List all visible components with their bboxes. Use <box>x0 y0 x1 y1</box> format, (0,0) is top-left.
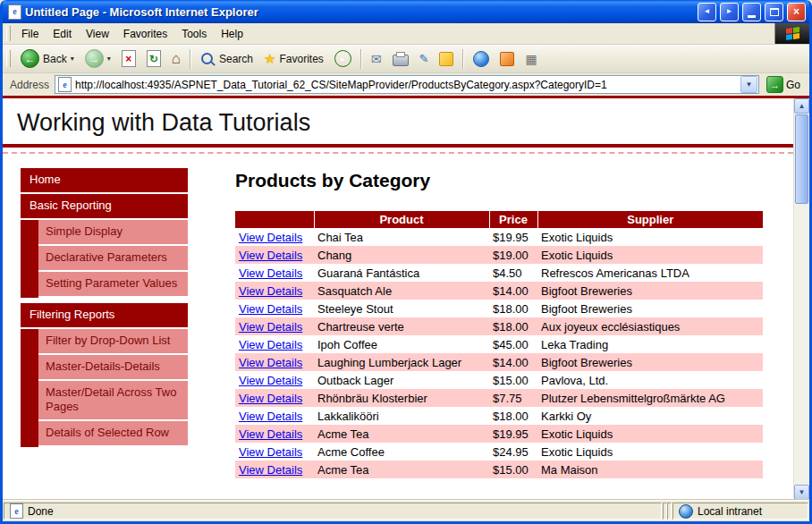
price-cell: $24.95 <box>489 443 537 461</box>
back-button[interactable]: ← Back ▾ <box>16 47 79 70</box>
title-bar-button-1[interactable]: ◄ <box>698 3 716 21</box>
supplier-cell: Bigfoot Breweries <box>537 300 763 317</box>
main-content: Products by Category ProductPriceSupplie… <box>188 168 793 500</box>
view-details-link[interactable]: View Details <box>239 302 302 316</box>
edit-button[interactable]: ✎ <box>415 51 434 66</box>
messenger-button[interactable] <box>435 50 458 68</box>
stop-button[interactable]: × <box>117 48 140 69</box>
scroll-down-button[interactable]: ▼ <box>794 485 809 500</box>
view-details-link[interactable]: View Details <box>239 392 302 405</box>
globe-icon <box>473 51 489 67</box>
supplier-cell: Exotic Liquids <box>537 228 763 246</box>
product-row: View DetailsOutback Lager$15.00Pavlova, … <box>235 371 763 389</box>
scrollbar-thumb[interactable] <box>795 114 808 204</box>
sidebar-item[interactable]: Simple Display <box>21 220 188 246</box>
home-icon: ⌂ <box>172 51 181 66</box>
menu-item-file[interactable]: File <box>14 25 46 43</box>
forward-dropdown-icon[interactable]: ▾ <box>107 55 111 63</box>
title-bar[interactable]: e Untitled Page - Microsoft Internet Exp… <box>3 0 809 23</box>
product-row: View DetailsSasquatch Ale$14.00Bigfoot B… <box>235 282 763 300</box>
menu-item-help[interactable]: Help <box>214 25 250 43</box>
view-details-link[interactable]: View Details <box>239 231 302 244</box>
minimize-button[interactable] <box>742 3 761 21</box>
media-button[interactable]: ▸ <box>330 48 356 69</box>
product-cell: Chang <box>314 246 489 264</box>
site-header: Working with Data Tutorials <box>3 98 793 148</box>
forward-button[interactable]: → ▾ <box>80 47 115 70</box>
sidebar-item[interactable]: Home <box>21 168 188 192</box>
view-details-link[interactable]: View Details <box>239 463 302 477</box>
sidebar-item[interactable]: Filter by Drop-Down List <box>21 329 188 355</box>
menu-item-tools[interactable]: Tools <box>174 25 214 43</box>
supplier-cell: Refrescos Americanas LTDA <box>537 264 763 282</box>
page-title: Products by Category <box>235 170 793 191</box>
view-details-link[interactable]: View Details <box>239 320 302 334</box>
refresh-button[interactable]: ↻ <box>142 48 165 69</box>
status-text: Done <box>28 505 54 518</box>
research-button[interactable] <box>495 50 519 68</box>
menu-item-edit[interactable]: Edit <box>46 25 79 43</box>
mail-button[interactable]: ✉ <box>367 51 386 67</box>
view-details-link[interactable]: View Details <box>239 374 302 387</box>
window-title: Untitled Page - Microsoft Internet Explo… <box>25 5 694 19</box>
status-separator <box>667 503 672 520</box>
refresh-icon: ↻ <box>147 50 161 67</box>
print-button[interactable] <box>388 49 413 68</box>
favorites-button[interactable]: ★ Favorites <box>259 50 328 67</box>
product-cell: Ipoh Coffee <box>314 335 489 353</box>
product-cell: Lakkalikööri <box>314 407 489 425</box>
back-dropdown-icon[interactable]: ▾ <box>71 55 74 63</box>
view-details-link[interactable]: View Details <box>239 284 302 298</box>
product-row: View DetailsAcme Tea$19.95Exotic Liquids <box>235 425 763 443</box>
products-table-header-row: ProductPriceSupplier <box>235 211 763 228</box>
menu-item-view[interactable]: View <box>79 25 116 43</box>
supplier-cell: Ma Maison <box>537 461 763 478</box>
product-cell: Sasquatch Ale <box>314 282 489 300</box>
product-cell: Steeleye Stout <box>314 300 489 317</box>
address-dropdown-button[interactable]: ▼ <box>740 76 757 93</box>
maximize-button[interactable] <box>765 3 783 21</box>
view-details-link[interactable]: View Details <box>239 427 302 441</box>
home-button[interactable]: ⌂ <box>167 49 185 68</box>
sidebar-item[interactable]: Details of Selected Row <box>21 421 188 447</box>
price-cell: $14.00 <box>489 282 537 300</box>
web-page: Working with Data Tutorials HomeBasic Re… <box>3 98 793 500</box>
sidebar-item[interactable]: Master-Details-Details <box>21 355 188 381</box>
sidebar-item[interactable]: Master/Detail Across Two Pages <box>21 381 188 421</box>
windows-logo <box>774 23 809 44</box>
address-input[interactable]: e http://localhost:4935/ASPNET_Data_Tuto… <box>55 75 759 94</box>
sidebar-item[interactable]: Setting Parameter Values <box>21 272 188 298</box>
sidebar-item-label: Master/Detail Across Two Pages <box>38 381 188 421</box>
view-details-link[interactable]: View Details <box>239 410 302 423</box>
search-button[interactable]: Search <box>196 49 258 68</box>
view-details-link[interactable]: View Details <box>239 338 302 351</box>
view-details-link[interactable]: View Details <box>239 249 302 262</box>
menu-grip[interactable] <box>6 26 11 41</box>
product-cell: Chartreuse verte <box>314 317 489 335</box>
zone-text: Local intranet <box>698 505 762 518</box>
product-cell: Rhönbräu Klosterbier <box>314 389 489 407</box>
discuss-button[interactable] <box>469 49 494 69</box>
products-table: ProductPriceSupplier View DetailsChai Te… <box>235 211 763 478</box>
sidebar-item[interactable]: Basic Reporting <box>21 194 188 218</box>
scrollbar-track[interactable] <box>794 205 809 485</box>
products-table-body: View DetailsChai Tea$19.95Exotic Liquids… <box>235 228 763 478</box>
close-button[interactable]: × <box>787 3 806 21</box>
view-details-link[interactable]: View Details <box>239 445 302 459</box>
sidebar-item[interactable]: Declarative Parameters <box>21 246 188 272</box>
site-title: Working with Data Tutorials <box>17 109 793 137</box>
go-button[interactable]: → Go <box>765 75 806 94</box>
view-details-link[interactable]: View Details <box>239 356 302 369</box>
scroll-up-button[interactable]: ▲ <box>794 98 809 114</box>
menu-item-favorites[interactable]: Favorites <box>116 25 174 43</box>
toolbar-grip[interactable] <box>6 50 11 67</box>
supplier-cell: Exotic Liquids <box>537 425 763 443</box>
quick-links-button[interactable]: ▦ <box>520 51 541 67</box>
view-details-link[interactable]: View Details <box>239 266 302 280</box>
product-row: View DetailsGuaraná Fantástica$4.50Refre… <box>235 264 763 282</box>
sidebar-item[interactable]: Filtering Reports <box>21 303 188 327</box>
vertical-scrollbar[interactable]: ▲ ▼ <box>793 98 809 500</box>
title-bar-button-2[interactable]: ► <box>720 3 739 21</box>
status-page-icon: e <box>10 503 23 519</box>
forward-icon: → <box>85 49 104 68</box>
